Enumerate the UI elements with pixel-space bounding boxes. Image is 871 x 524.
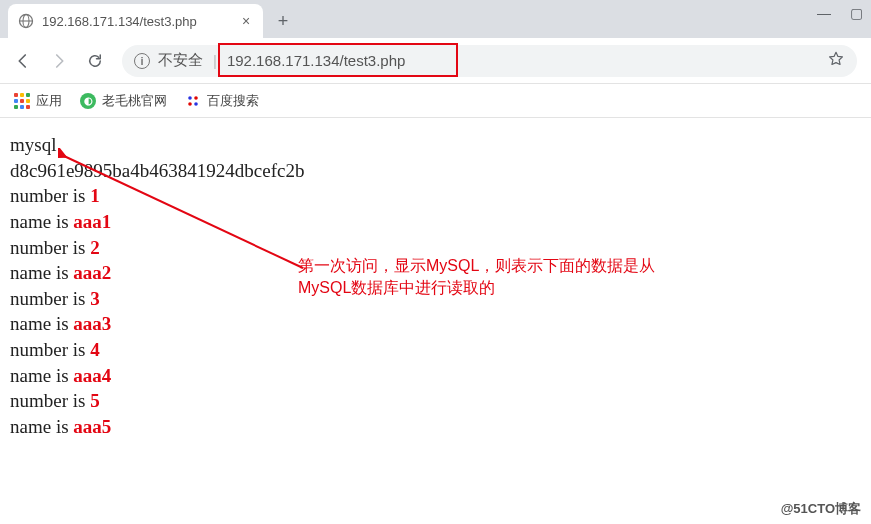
globe-icon: [18, 13, 34, 29]
bookmark-star-icon[interactable]: [827, 50, 845, 71]
insecure-label: 不安全: [158, 51, 203, 70]
svg-point-6: [194, 102, 198, 106]
annotation-line1: 第一次访问，显示MySQL，则表示下面的数据是从: [298, 255, 655, 277]
forward-button[interactable]: [50, 52, 68, 70]
name-row: name is aaa1: [10, 209, 861, 235]
close-tab-icon[interactable]: ×: [239, 14, 253, 28]
reload-button[interactable]: [86, 52, 104, 70]
address-bar[interactable]: i 不安全 | 192.168.171.134/test3.php: [122, 45, 857, 77]
minimize-button[interactable]: —: [817, 6, 831, 20]
watermark: @51CTO博客: [781, 500, 861, 518]
omnibox-separator: |: [213, 52, 217, 69]
apps-shortcut[interactable]: 应用: [14, 92, 62, 110]
number-row: number is 4: [10, 337, 861, 363]
annotation-text: 第一次访问，显示MySQL，则表示下面的数据是从 MySQL数据库中进行读取的: [298, 255, 655, 300]
apps-label: 应用: [36, 92, 62, 110]
browser-tab[interactable]: 192.168.171.134/test3.php ×: [8, 4, 263, 38]
annotation-line2: MySQL数据库中进行读取的: [298, 277, 655, 299]
bookmark-label: 百度搜索: [207, 92, 259, 110]
window-controls: — ▢: [817, 6, 863, 20]
new-tab-button[interactable]: +: [269, 7, 297, 35]
favicon-baidu-icon: [185, 93, 201, 109]
number-row: number is 5: [10, 388, 861, 414]
bookmark-baidu[interactable]: 百度搜索: [185, 92, 259, 110]
svg-point-5: [188, 102, 192, 106]
url-text: 192.168.171.134/test3.php: [227, 52, 406, 69]
svg-point-3: [188, 96, 192, 100]
apps-icon: [14, 93, 30, 109]
hash-line: d8c961e9895ba4b463841924dbcefc2b: [10, 158, 861, 184]
bookmark-laomaotao[interactable]: ◐ 老毛桃官网: [80, 92, 167, 110]
name-row: name is aaa3: [10, 311, 861, 337]
number-row: number is 1: [10, 183, 861, 209]
favicon-green-icon: ◐: [80, 93, 96, 109]
maximize-button[interactable]: ▢: [849, 6, 863, 20]
toolbar: i 不安全 | 192.168.171.134/test3.php: [0, 38, 871, 84]
info-icon[interactable]: i: [134, 53, 150, 69]
tab-title: 192.168.171.134/test3.php: [42, 14, 231, 29]
source-line: mysql: [10, 132, 861, 158]
name-row: name is aaa5: [10, 414, 861, 440]
bookmark-label: 老毛桃官网: [102, 92, 167, 110]
bookmarks-bar: 应用 ◐ 老毛桃官网 百度搜索: [0, 84, 871, 118]
svg-point-4: [194, 96, 198, 100]
tab-bar: 192.168.171.134/test3.php × + — ▢: [0, 0, 871, 38]
name-row: name is aaa4: [10, 363, 861, 389]
back-button[interactable]: [14, 52, 32, 70]
